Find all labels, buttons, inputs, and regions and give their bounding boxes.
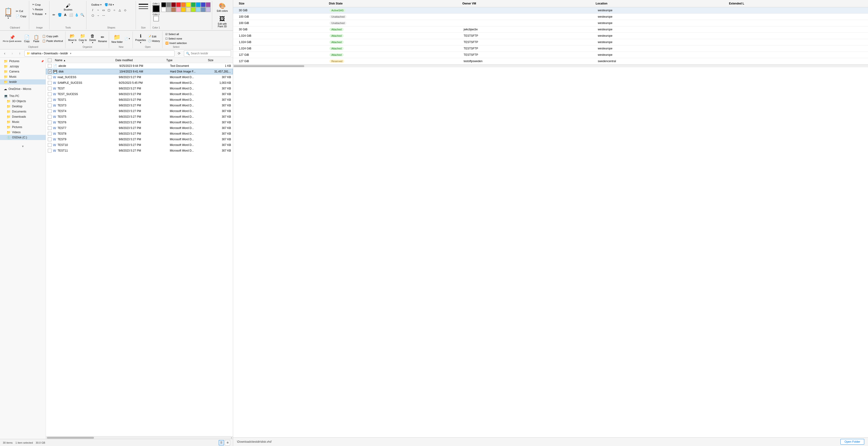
swatch-lavender[interactable] — [206, 7, 211, 12]
shape-triangle[interactable]: △ — [117, 7, 122, 13]
search-input[interactable] — [191, 52, 229, 55]
list-item[interactable]: 127 GiB Attached TESTSFTP westeurope — [233, 52, 868, 58]
file-list-scroll[interactable]: 📄 abcde 9/25/2023 9:44 PM Text Document … — [46, 63, 233, 436]
table-row[interactable]: W SAMPLE_SUCESS 9/25/2023 5:45 PM Micros… — [46, 80, 233, 86]
file-checkbox[interactable] — [48, 87, 52, 90]
sidebar-item-music2[interactable]: 📁 Music — [0, 119, 46, 125]
shape-arrow[interactable]: → — [96, 13, 101, 18]
forward-button[interactable]: › — [9, 51, 15, 56]
swatch-green[interactable] — [191, 2, 196, 7]
color1-swatch[interactable] — [152, 5, 160, 12]
select-none-button[interactable]: ☐Select none — [164, 37, 188, 41]
table-row[interactable]: W TEST10 9/8/2023 5:27 PM Microsoft Word… — [46, 142, 233, 148]
shape-rect[interactable]: ▭ — [101, 7, 106, 13]
swatch-gray[interactable] — [166, 2, 171, 7]
sidebar-item-3dobjects[interactable]: 📁 3D Objects — [0, 99, 46, 104]
sidebar-item-azcopy[interactable]: 📁 .azcopy — [0, 64, 46, 69]
edit-paint3d-button[interactable]: 🖼 Edit with Paint 3D — [214, 14, 230, 29]
edit-colors-button[interactable]: 🎨 Edit colors — [216, 1, 229, 13]
file-checkbox[interactable] — [48, 109, 52, 113]
shape-round-rect[interactable]: ▢ — [106, 7, 112, 13]
file-checkbox[interactable] — [48, 81, 52, 85]
edit-button[interactable]: 📝Edit — [147, 34, 161, 38]
magnifier-button[interactable]: 🔍 — [80, 12, 85, 18]
properties-button[interactable]: ℹ Properties ▼ — [135, 33, 147, 44]
table-row[interactable]: W read_SUCESS 9/8/2023 5:27 PM Microsoft… — [46, 74, 233, 80]
file-checkbox[interactable] — [48, 103, 52, 107]
swatch-purple[interactable] — [206, 2, 211, 7]
sidebar-scroll-down[interactable]: ▼ — [0, 145, 46, 148]
select-all-checkbox[interactable] — [48, 58, 52, 62]
refresh-button[interactable]: ⟳ — [176, 51, 182, 56]
back-button[interactable]: ‹ — [2, 51, 7, 56]
table-row[interactable]: W TEST11 9/8/2023 5:27 PM Microsoft Word… — [46, 148, 233, 154]
up-button[interactable]: ↑ — [17, 51, 23, 56]
col-extended[interactable]: Extended L — [727, 2, 861, 5]
new-folder-button[interactable]: 📁 New folder — [111, 33, 123, 44]
size-3[interactable] — [139, 8, 148, 9]
sidebar-item-downloads[interactable]: 📁 Downloads — [0, 114, 46, 119]
shape-ellipse[interactable]: ○ — [112, 7, 117, 13]
size-1[interactable] — [139, 4, 148, 5]
table-row[interactable]: W TEST8 9/8/2023 5:27 PM Microsoft Word … — [46, 131, 233, 136]
list-item[interactable]: 1,024 GiB Attached TESTSFTP westeurope — [233, 33, 868, 39]
crop-button[interactable]: ✂Crop — [31, 2, 48, 7]
list-item[interactable]: 100 GiB Unattached westeurope — [233, 14, 868, 20]
paste-toolbar-button[interactable]: 📋 Paste — [32, 34, 41, 43]
list-item[interactable]: 1,024 GiB Attached TESTSFTP westeurope — [233, 45, 868, 52]
horizontal-scrollbar[interactable]: › — [46, 436, 233, 439]
open-folder-button[interactable]: Open Folder — [840, 439, 864, 445]
move-to-button[interactable]: 📂 Move to ▼ — [67, 33, 77, 44]
table-row[interactable]: W TEST3 9/8/2023 5:27 PM Microsoft Word … — [46, 103, 233, 108]
fill-dropdown[interactable]: 🪣Fill▼ — [103, 2, 115, 7]
sidebar-item-onedrive[interactable]: ☁ OneDrive - Micros — [0, 86, 46, 92]
swatch-cream[interactable] — [186, 7, 191, 12]
sidebar-item-testdir[interactable]: 📁 testdir — [0, 79, 46, 85]
swatch-lightgray[interactable] — [166, 7, 171, 12]
shape-pentagon[interactable]: ⬠ — [90, 13, 95, 18]
table-row[interactable]: W TEST5 9/8/2023 5:27 PM Microsoft Word … — [46, 114, 233, 120]
sidebar-item-osdisk[interactable]: 💿 OSDisk (C:) — [0, 135, 46, 140]
eyedropper-button[interactable]: 💧 — [74, 12, 79, 18]
pencil-button[interactable]: ✏ — [51, 12, 57, 18]
list-item[interactable]: 30 GiB Attached jwkcbjwcbv westeurope — [233, 26, 868, 33]
col-size[interactable]: Size — [237, 2, 327, 5]
table-row[interactable]: W TEST1 9/8/2023 5:27 PM Microsoft Word … — [46, 97, 233, 103]
select-all-button[interactable]: ☑Select all — [164, 32, 188, 36]
col-location[interactable]: Location — [594, 2, 727, 5]
sidebar-item-thispc[interactable]: 💻 This PC — [0, 93, 46, 99]
list-item[interactable]: 1,024 GiB Attached TESTSFTP westeurope — [233, 39, 868, 45]
swatch-blue[interactable] — [196, 2, 200, 7]
swatch-yellow[interactable] — [186, 2, 191, 7]
size-2[interactable] — [139, 6, 148, 7]
swatch-white[interactable] — [161, 7, 166, 12]
copy-path-button[interactable]: 📋Copy path — [41, 34, 64, 38]
col-name[interactable]: Name ▲ — [53, 58, 114, 63]
table-row[interactable]: W TEST9 9/8/2023 5:27 PM Microsoft Word … — [46, 136, 233, 142]
file-checkbox[interactable] — [48, 132, 52, 135]
swatch-gold[interactable] — [181, 7, 186, 12]
swatch-dark-red[interactable] — [171, 2, 176, 7]
sidebar-item-documents[interactable]: 📁 Documents — [0, 109, 46, 114]
color2-swatch[interactable] — [153, 16, 159, 22]
swatch-skyblue[interactable] — [196, 7, 200, 12]
swatch-lime[interactable] — [191, 7, 196, 12]
list-item[interactable]: 30 GiB ActiveSAS westeurope — [233, 7, 868, 14]
invert-selection-button[interactable]: 🔀Invert selection — [164, 41, 188, 45]
paste-shortcut-button[interactable]: 📋Paste shortcut — [41, 39, 64, 43]
eraser-button[interactable]: ⬜ — [68, 12, 73, 18]
rename-button[interactable]: ✏ Rename — [97, 34, 107, 43]
cut-button[interactable]: ✂ Cut — [14, 9, 28, 14]
right-horizontal-scrollbar[interactable] — [233, 64, 868, 67]
swatch-black[interactable] — [161, 2, 166, 7]
col-owner-vm[interactable]: Owner VM — [460, 2, 594, 5]
list-item[interactable]: 100 GiB Unattached westeurope — [233, 20, 868, 26]
address-path[interactable]: 📁 raharina › Downloads › testdir ▾ — [25, 51, 175, 57]
col-date[interactable]: Date modified — [114, 58, 165, 63]
outline-dropdown[interactable]: Outline▼ — [90, 2, 103, 7]
large-icons-view-button[interactable]: ⊞ — [225, 440, 230, 445]
shape-curve[interactable]: ~ — [96, 7, 101, 13]
table-row[interactable]: W TEST4 9/8/2023 5:27 PM Microsoft Word … — [46, 108, 233, 114]
copy-button[interactable]: 📄 Copy — [14, 14, 28, 19]
delete-button[interactable]: 🗑 Delete ▼ — [88, 33, 97, 44]
